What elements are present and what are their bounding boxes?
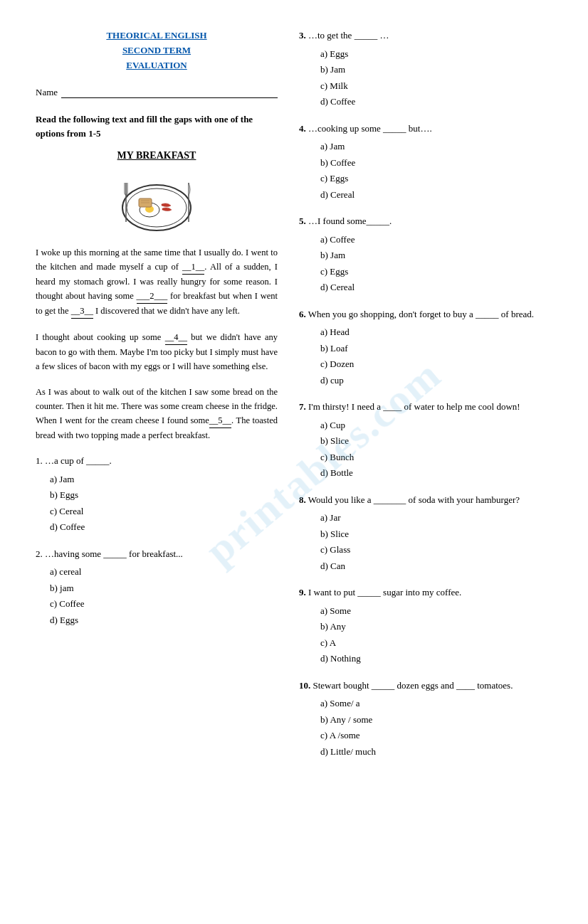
question-1-num: 1. <box>36 455 45 466</box>
q2-opt-d: Eggs <box>60 615 78 625</box>
list-item: b) Slice <box>320 434 552 448</box>
header-line2: SECOND TERM <box>36 43 278 58</box>
list-item: b) Jam <box>320 248 552 262</box>
question-5-body: …I found some_____. <box>308 216 392 226</box>
question-block-4: 4. …cooking up some _____ but…. a) Jam b… <box>299 122 552 202</box>
list-item: b) Coffee <box>320 156 552 170</box>
question-block-2: 2. …having some _____ for breakfast... a… <box>36 547 278 627</box>
list-item: c) Milk <box>320 79 552 93</box>
question-4-options: a) Jam b) Coffee c) Eggs d) Cereal <box>299 139 552 201</box>
question-block-1: 1. …a cup of _____. a) Jam b) Eggs c) Ce… <box>36 454 278 534</box>
question-8-options: a) Jar b) Slice c) Glass d) Can <box>299 511 552 573</box>
list-item: d) cup <box>320 373 552 388</box>
question-1-options: a) Jam b) Eggs c) Cereal d) Coffee <box>36 472 278 534</box>
blank-1: __1__ <box>182 260 204 275</box>
list-item: a) Jam <box>320 139 552 154</box>
question-8-text: 8. Would you like a _______ of soda with… <box>299 493 552 507</box>
passage-p1d: I discovered that we didn't have any lef… <box>93 306 240 316</box>
question-9-body: I want to put _____ sugar into my coffee… <box>308 587 461 598</box>
list-item: a) Head <box>320 325 552 339</box>
list-item: a) Eggs <box>320 47 552 61</box>
question-6-text: 6. When you go shopping, don't forget to… <box>299 307 552 322</box>
header-line1: THEORICAL ENGLISH <box>36 28 278 43</box>
list-item: c) A <box>320 636 552 650</box>
list-item: d) Little/ much <box>320 745 552 759</box>
question-3-options: a) Eggs b) Jam c) Milk d) Coffee <box>299 47 552 109</box>
question-block-6: 6. When you go shopping, don't forget to… <box>299 307 552 388</box>
question-5-text: 5. …I found some_____. <box>299 214 552 228</box>
blank-4: __4__ <box>165 330 187 345</box>
question-10-body: Stewart bought _____ dozen eggs and ____… <box>313 680 513 691</box>
list-item: c) Eggs <box>320 171 552 186</box>
instructions-text: Read the following text and fill the gap… <box>36 112 278 140</box>
question-10-options: a) Some/ a b) Any / some c) A /some d) L… <box>299 696 552 758</box>
list-item: d) Eggs <box>50 613 278 627</box>
question-block-9: 9. I want to put _____ sugar into my cof… <box>299 585 552 666</box>
question-9-text: 9. I want to put _____ sugar into my cof… <box>299 585 552 600</box>
list-item: d) Cereal <box>320 188 552 202</box>
passage-text: I woke up this morning at the same time … <box>36 245 278 319</box>
question-3-body: …to get the _____ … <box>308 30 389 41</box>
name-label: Name <box>36 87 58 98</box>
question-5-options: a) Coffee b) Jam c) Eggs d) Cereal <box>299 233 552 294</box>
passage-p3: As I was about to walk out of the kitche… <box>36 385 278 442</box>
q2-opt-c: Coffee <box>59 598 84 609</box>
question-7-body: I'm thirsty! I need a ____ of water to h… <box>308 401 520 412</box>
list-item: c) Coffee <box>50 597 278 611</box>
list-item: b) Slice <box>320 527 552 541</box>
list-item: b) jam <box>50 581 278 595</box>
list-item: d) Coffee <box>320 95 552 109</box>
header-line3: EVALUATION <box>36 58 278 73</box>
list-item: d) Coffee <box>50 520 278 534</box>
list-item: d) Cereal <box>320 280 552 294</box>
list-item: c) Eggs <box>320 265 552 279</box>
list-item: c) Cereal <box>50 504 278 519</box>
q2-opt-b: jam <box>60 583 74 593</box>
section-title: MY BREAKFAST <box>36 150 278 161</box>
question-8-body: Would you like a _______ of soda with yo… <box>308 494 520 505</box>
name-input-line[interactable] <box>61 87 278 98</box>
question-block-10: 10. Stewart bought _____ dozen eggs and … <box>299 679 552 759</box>
question-2-body: …having some _____ for breakfast... <box>45 548 183 559</box>
list-item: b) Any / some <box>320 713 552 727</box>
question-7-options: a) Cup b) Slice c) Bunch d) Bottle <box>299 418 552 480</box>
q1-opt-d: Coffee <box>60 521 85 532</box>
question-block-5: 5. …I found some_____. a) Coffee b) Jam … <box>299 214 552 294</box>
name-line: Name <box>36 87 278 98</box>
list-item: a) Cup <box>320 418 552 432</box>
question-4-body: …cooking up some _____ but…. <box>308 123 432 134</box>
q1-opt-a: Jam <box>59 474 74 484</box>
question-1-body: …a cup of _____. <box>45 455 112 466</box>
question-block-3: 3. …to get the _____ … a) Eggs b) Jam c)… <box>299 28 552 109</box>
list-item: c) Glass <box>320 543 552 557</box>
blank-5: __5__ <box>209 413 231 428</box>
list-item: c) Dozen <box>320 357 552 371</box>
list-item: a) Some <box>320 604 552 618</box>
list-item: a) Some/ a <box>320 696 552 711</box>
q1-opt-b: Eggs <box>60 489 78 500</box>
q1-opt-c: Cereal <box>59 506 83 516</box>
list-item: d) Nothing <box>320 652 552 666</box>
list-item: c) A /some <box>320 728 552 743</box>
list-item: a) Coffee <box>320 233 552 247</box>
list-item: a) cereal <box>50 565 278 579</box>
blank-3: __3__ <box>71 304 93 319</box>
list-item: c) Bunch <box>320 450 552 464</box>
list-item: a) Jam <box>50 472 278 487</box>
question-6-body: When you go shopping, don't forget to bu… <box>308 309 534 319</box>
question-4-text: 4. …cooking up some _____ but…. <box>299 122 552 136</box>
right-column: 3. …to get the _____ … a) Eggs b) Jam c)… <box>299 28 552 771</box>
question-6-options: a) Head b) Loaf c) Dozen d) cup <box>299 325 552 387</box>
list-item: a) Jar <box>320 511 552 525</box>
left-column: THEORICAL ENGLISH SECOND TERM EVALUATION… <box>36 28 278 771</box>
list-item: d) Can <box>320 559 552 573</box>
question-1-text: 1. …a cup of _____. <box>36 454 278 468</box>
question-2-text: 2. …having some _____ for breakfast... <box>36 547 278 561</box>
list-item: b) Jam <box>320 63 552 77</box>
passage-p2a: I thought about cooking up some <box>36 332 165 342</box>
blank-2: ___2___ <box>137 289 168 304</box>
question-2-options: a) cereal b) jam c) Coffee d) Eggs <box>36 565 278 627</box>
question-9-options: a) Some b) Any c) A d) Nothing <box>299 604 552 666</box>
q2-opt-a: cereal <box>59 566 81 577</box>
question-2-num: 2. <box>36 548 45 559</box>
